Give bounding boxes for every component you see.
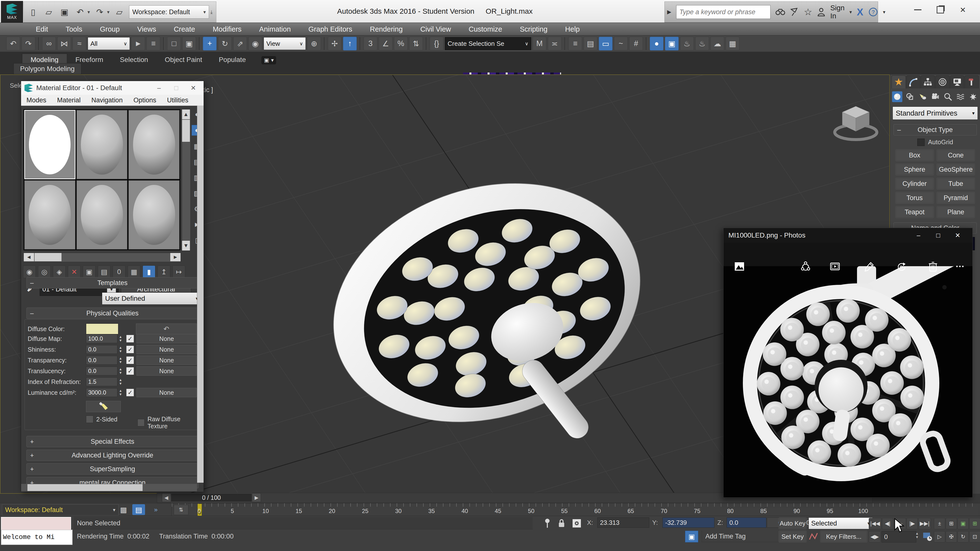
rollout-physical-qualities[interactable]: – Physical Qualities: [27, 308, 199, 319]
spinner-down-icon[interactable]: ▼: [117, 371, 124, 375]
collapse-icon[interactable]: –: [897, 126, 901, 134]
infocenter-collapse-icon[interactable]: ▶: [667, 9, 671, 15]
select-and-rotate-button[interactable]: ↻: [218, 37, 232, 51]
photos-see-more-icon[interactable]: [951, 258, 969, 275]
sign-in-label[interactable]: Sign In: [830, 4, 845, 20]
pin-icon[interactable]: [541, 518, 553, 529]
ribbon-tab-populate[interactable]: Populate: [210, 54, 254, 66]
track-bar[interactable]: ⇅ 0 051015202530354045505560657075808590…: [172, 503, 978, 516]
ribbon-panel-polygon-modeling[interactable]: Polygon Modeling: [13, 63, 81, 75]
select-and-link-button[interactable]: ∞: [42, 37, 56, 51]
pan-hand-button[interactable]: ✠: [946, 531, 957, 542]
make-material-copy-button[interactable]: ▣: [83, 265, 95, 278]
checkbox-icon[interactable]: [86, 416, 93, 423]
collapse-icon[interactable]: –: [30, 279, 33, 287]
spinner-down-icon[interactable]: ▼: [117, 382, 124, 386]
scroll-right-icon[interactable]: ►: [170, 253, 181, 261]
chevron-down-icon[interactable]: ∨: [525, 41, 528, 46]
sign-in-caret-icon[interactable]: ▾: [850, 9, 852, 15]
overflow-chevrons-icon[interactable]: »: [150, 504, 162, 515]
render-a360-button[interactable]: ☁: [711, 37, 724, 51]
photos-maximize-button[interactable]: □: [928, 228, 948, 243]
primitive-geosphere-button[interactable]: GeoSphere: [937, 164, 975, 175]
schematic-view-button[interactable]: #: [629, 37, 643, 51]
value-field[interactable]: 3000.0: [86, 388, 117, 397]
scroll-thumb[interactable]: [35, 253, 62, 261]
select-and-move-button[interactable]: +: [203, 37, 216, 51]
open-file-icon[interactable]: ▱: [43, 6, 55, 18]
primitive-cylinder-button[interactable]: Cylinder: [896, 178, 934, 189]
show-end-result-button[interactable]: ▮: [143, 265, 155, 278]
project-folder-icon[interactable]: ▱: [113, 6, 125, 18]
rollout-templates[interactable]: – Templates: [27, 277, 199, 289]
scroll-down-icon[interactable]: ▼: [182, 241, 190, 251]
photos-share-icon[interactable]: [797, 258, 814, 275]
undo-button[interactable]: ↶: [6, 37, 20, 51]
diffuse-color-swatch[interactable]: [86, 324, 118, 334]
menu-graph-editors[interactable]: Graph Editors: [300, 23, 361, 35]
scroll-thumb[interactable]: [27, 484, 143, 491]
chevron-down-icon[interactable]: ▾: [204, 9, 206, 15]
curve-editor-button[interactable]: ~: [614, 37, 628, 51]
new-scene-icon[interactable]: ▯: [27, 6, 39, 18]
photos-edit-icon[interactable]: [861, 258, 878, 275]
sample-slot-3[interactable]: [128, 110, 180, 179]
me-bottom-scrollbar[interactable]: [21, 484, 197, 491]
menu-rendering[interactable]: Rendering: [361, 23, 412, 35]
scene-explorer-button[interactable]: ▤: [584, 37, 597, 51]
viewcube-cube[interactable]: [842, 106, 869, 131]
dd-reference-coordinate-dropdown[interactable]: View∨: [264, 37, 306, 50]
ribbon-tab-object-paint[interactable]: Object Paint: [156, 54, 210, 66]
material-editor-titlebar[interactable]: Material Editor - 01 - Default – □ ✕: [21, 81, 204, 95]
spinner-down-icon[interactable]: ▼: [117, 392, 124, 396]
map-enable-checkbox[interactable]: ✓: [126, 346, 134, 353]
value-field[interactable]: 0.0: [86, 356, 117, 365]
sample-slot-1[interactable]: [24, 110, 75, 179]
menu-help[interactable]: Help: [557, 23, 589, 35]
edit-named-selection-sets-button[interactable]: {}: [430, 37, 444, 51]
set-key-button[interactable]: Set Key: [779, 531, 807, 542]
key-mode-toggle-button[interactable]: ◀▶: [869, 531, 881, 542]
previous-frame-arrow-icon[interactable]: ◀: [162, 493, 171, 502]
minimize-button[interactable]: [907, 2, 929, 17]
window-crossing-button[interactable]: ▣: [182, 37, 196, 51]
dd-selection-filter-dropdown[interactable]: All∨: [88, 37, 130, 50]
create-sub-helpers-icon[interactable]: [943, 91, 953, 102]
spinner-down-icon[interactable]: ▼: [117, 339, 124, 342]
spinner[interactable]: ▲▼: [117, 367, 124, 375]
close-button[interactable]: ✕: [951, 2, 974, 17]
dd-named-selection-sets-dropdown[interactable]: Create Selection Se∨: [445, 37, 531, 50]
or-light-model[interactable]: [302, 145, 671, 460]
cmd-tab-motion[interactable]: [935, 75, 950, 88]
me-close-button[interactable]: ✕: [186, 84, 200, 92]
zoom-extents-all-button[interactable]: ⊞: [969, 518, 980, 529]
map-none-button[interactable]: None: [137, 366, 197, 376]
map-none-button[interactable]: None: [137, 388, 197, 397]
render-iterative-button[interactable]: ♨: [695, 37, 709, 51]
go-to-parent-button[interactable]: ↥: [158, 265, 170, 278]
autogrid-checkbox[interactable]: AutoGrid: [890, 138, 980, 146]
primitive-torus-button[interactable]: Torus: [896, 192, 934, 204]
cmd-tab-display[interactable]: [950, 75, 964, 88]
primitive-teapot-button[interactable]: Teapot: [896, 206, 934, 218]
keyboard-shortcut-override-button[interactable]: ↑: [343, 37, 357, 51]
create-sub-space-warps-icon[interactable]: [956, 91, 966, 102]
map-enable-checkbox[interactable]: ✓: [126, 356, 134, 364]
unlink-selection-button[interactable]: ⋈: [57, 37, 71, 51]
save-file-icon[interactable]: ▣: [59, 6, 70, 18]
render-setup-button[interactable]: ●: [650, 37, 663, 51]
menu-customize[interactable]: Customize: [460, 23, 511, 35]
photos-delete-icon[interactable]: [924, 258, 942, 275]
map-enable-checkbox[interactable]: ✓: [126, 389, 134, 397]
restore-button[interactable]: [929, 2, 951, 17]
scene-explorer-toggle-icon[interactable]: ▤: [132, 504, 145, 515]
map-enable-checkbox[interactable]: ✓: [126, 367, 134, 375]
material-id-channel-button[interactable]: 0: [113, 265, 126, 278]
spinner[interactable]: ▲▼: [117, 345, 124, 354]
photos-titlebar[interactable]: MI1000LED.png - Photos – □ ✕: [724, 228, 972, 243]
value-field[interactable]: 0.0: [86, 345, 117, 354]
sample-slot-2[interactable]: [76, 110, 128, 179]
two-sided-checkbox[interactable]: 2-Sided: [86, 416, 117, 423]
create-sub-shapes-icon[interactable]: [905, 91, 915, 102]
me-window-scrollbar[interactable]: [197, 106, 204, 483]
